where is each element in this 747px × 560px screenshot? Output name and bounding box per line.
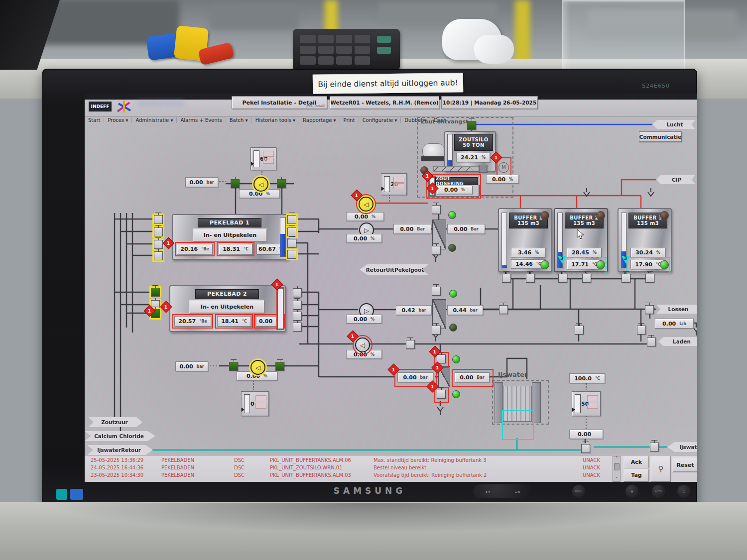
tag-lucht[interactable]: Lucht bbox=[652, 120, 695, 129]
br-misc-value[interactable]: 0.00 bbox=[569, 430, 603, 439]
pekelbad2-density[interactable]: 20.57°Be bbox=[174, 316, 211, 327]
pekelbad2-valve-out[interactable] bbox=[293, 288, 302, 297]
buffer-valve[interactable] bbox=[645, 274, 654, 283]
tag-communicatie[interactable]: Communicatie bbox=[639, 131, 682, 142]
pekelbad2-temp[interactable]: 18.41°C bbox=[217, 316, 251, 327]
pekelbad1-valve-out[interactable] bbox=[287, 227, 296, 236]
monitor-menu-button[interactable]: MENU bbox=[572, 485, 585, 498]
tag-lossen[interactable]: Lossen bbox=[656, 305, 697, 314]
pekelbad1-temp[interactable]: 18.31°C bbox=[219, 244, 252, 254]
buffer3-level-value[interactable]: 30.24% bbox=[630, 248, 665, 257]
ice-pressure-left[interactable]: 0.00bar bbox=[397, 372, 433, 382]
row2-heat-exchanger[interactable] bbox=[432, 299, 446, 329]
row3-valve[interactable] bbox=[406, 340, 415, 349]
monitor-source-button[interactable]: ▣ bbox=[625, 485, 638, 498]
controller-50[interactable]: 50 bbox=[572, 391, 601, 416]
row2-valve-top[interactable] bbox=[432, 287, 441, 296]
tl-valve-right[interactable] bbox=[277, 179, 286, 188]
buffer2-level-value[interactable]: 28.45% bbox=[567, 248, 602, 257]
pekelbad1-valve[interactable] bbox=[154, 251, 163, 260]
tag-ijswater-retour-left[interactable]: IjswaterRetour bbox=[87, 445, 153, 455]
motor-icon[interactable]: M bbox=[498, 162, 509, 173]
ice-pressure-right[interactable]: 0.00Bar bbox=[455, 372, 490, 382]
pekelbad1-density[interactable]: 20.16°Be bbox=[177, 244, 213, 254]
row1-valve-top[interactable] bbox=[432, 205, 441, 214]
row2-valve-out[interactable] bbox=[499, 305, 508, 314]
tag-zoutzuur[interactable]: Zoutzuur bbox=[89, 417, 142, 427]
pekelbad2-level-bar bbox=[277, 288, 283, 329]
lossen-flow-value[interactable]: 0.00L/h bbox=[655, 319, 694, 329]
lossen-valve[interactable] bbox=[645, 305, 654, 314]
buffer2-tank[interactable]: BUFFER 2135 m3 28.45% 3 17.71°C bbox=[554, 208, 608, 272]
pekelbad2-valve-out[interactable] bbox=[293, 323, 302, 332]
monitor-joy-buttons[interactable]: ◧▾▴/◉ bbox=[473, 484, 533, 498]
reset-button[interactable]: Reset bbox=[672, 457, 697, 472]
zout-dosering-value[interactable]: 0.00% bbox=[437, 186, 473, 194]
tag-calcium-chloride[interactable]: Calcium Chloride bbox=[85, 431, 155, 441]
pekelbad2-valve-out[interactable] bbox=[293, 312, 302, 321]
buffer1-level-value[interactable]: 3.46% bbox=[511, 248, 546, 257]
controller-60[interactable]: 60 bbox=[250, 147, 276, 170]
buffer-valve[interactable] bbox=[526, 274, 535, 283]
pekelbad2-valve-out[interactable] bbox=[293, 301, 302, 310]
tl-pump[interactable]: ◁ bbox=[253, 177, 268, 192]
alarm-search-button[interactable]: ⚲ bbox=[650, 455, 671, 482]
laden-valve[interactable] bbox=[647, 337, 656, 346]
controller-0[interactable]: 0 bbox=[241, 391, 269, 416]
pekelbad1-valve-out[interactable] bbox=[287, 215, 296, 224]
ice-valve-bottom[interactable] bbox=[437, 390, 446, 399]
pekelbad1-valve[interactable] bbox=[154, 240, 163, 249]
dosing-pump-speed[interactable]: 0.00% bbox=[346, 212, 384, 221]
pekelbad1[interactable]: PEKELBAD 1 In- en Uitpekelen 20.16°Be 18… bbox=[172, 214, 288, 260]
row1-pressure-right[interactable]: 0.00Bar bbox=[447, 224, 485, 234]
pekelbad1-mode-button[interactable]: In- en Uitpekelen bbox=[193, 228, 267, 242]
tl-pressure-value[interactable]: 0.00bar bbox=[185, 177, 218, 187]
pekelbad2[interactable]: PEKELBAD 2 In- en Uitpekelen 20.57°Be 18… bbox=[169, 285, 286, 332]
buffer-valve[interactable] bbox=[582, 274, 591, 283]
row1-heat-exchanger[interactable] bbox=[432, 220, 446, 249]
monitor-power-button[interactable]: ◯ bbox=[677, 485, 690, 498]
pekelbad1-valve-out[interactable] bbox=[287, 239, 296, 248]
row3-pump[interactable]: ◁ bbox=[355, 337, 370, 352]
buffer-valve[interactable] bbox=[558, 274, 567, 283]
pekelbad1-valve-out[interactable] bbox=[287, 250, 296, 259]
row1-valve-bottom[interactable] bbox=[432, 246, 441, 255]
tag-cip[interactable]: CIP bbox=[656, 175, 695, 184]
tl-valve-left[interactable] bbox=[231, 179, 240, 188]
buffer-valve[interactable] bbox=[502, 274, 511, 283]
dosing-pump[interactable]: ◁ bbox=[359, 197, 374, 212]
pekelbad1-valve[interactable] bbox=[154, 215, 163, 224]
ack-button[interactable]: Ack bbox=[623, 455, 649, 469]
bl-pump[interactable]: ◁ bbox=[250, 360, 265, 375]
tag-retour-uit-pekelgoot[interactable]: RetourUitPekelgoot bbox=[360, 264, 428, 275]
zoutsilo-level-value[interactable]: 24.21% bbox=[456, 153, 490, 162]
row1-pump-speed[interactable]: 0.00% bbox=[346, 234, 382, 243]
zout-ontvangst-valve[interactable] bbox=[467, 121, 476, 130]
controller-20[interactable]: 20 bbox=[381, 173, 407, 195]
tag-button[interactable]: Tag bbox=[623, 468, 649, 482]
row2-pump-speed[interactable]: 0.00% bbox=[346, 315, 382, 324]
row2-pressure-right[interactable]: 0.44bar bbox=[447, 305, 483, 315]
motor-speed-value[interactable]: 0.00% bbox=[486, 175, 519, 184]
bl-valve-left[interactable] bbox=[229, 362, 238, 371]
buffer3-tank[interactable]: BUFFER 3135 m3 30.24% 3 17.90°C bbox=[618, 208, 672, 272]
pekelbad2-mode-button[interactable]: In- en Uitpekelen bbox=[189, 300, 265, 314]
row2-valve-bottom[interactable] bbox=[432, 326, 441, 335]
pekelbad1-valve[interactable] bbox=[154, 227, 163, 236]
tag-laden[interactable]: Laden bbox=[658, 337, 697, 346]
buffer1-tank[interactable]: BUFFER 1135 m3 3.46% 14.46°C bbox=[498, 208, 552, 272]
laden-valve[interactable] bbox=[575, 326, 584, 335]
row1-pressure-left[interactable]: 0.00Bar bbox=[393, 224, 431, 234]
row2-pressure-left[interactable]: 0.42bar bbox=[396, 305, 432, 315]
bl-valve-right[interactable] bbox=[275, 362, 284, 371]
monitor-auto-button[interactable]: AUTO bbox=[652, 485, 665, 498]
bl-pressure-value[interactable]: 0.00bar bbox=[175, 361, 208, 371]
photo-of-monitor: S24E650 SAMSUNG MENU ◧▾▴/◉ ▣ AUTO ◯ INDE… bbox=[0, 0, 747, 560]
teal-line-valve[interactable] bbox=[650, 443, 659, 451]
teal-line-valve[interactable] bbox=[581, 444, 590, 453]
pekelbad2-valve[interactable] bbox=[151, 288, 160, 297]
alarm-scrollbar[interactable]: ˄ ˅ bbox=[613, 456, 621, 482]
buffer-valve[interactable] bbox=[622, 274, 630, 283]
laden-valve[interactable] bbox=[637, 326, 646, 335]
br-temp-value[interactable]: 100.0°C bbox=[569, 373, 605, 383]
